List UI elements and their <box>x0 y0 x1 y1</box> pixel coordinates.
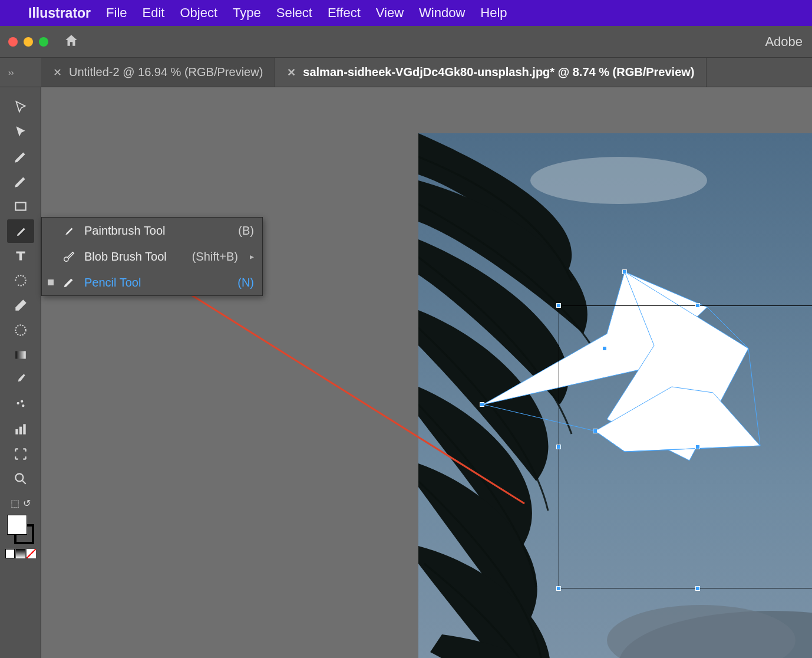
symbol-sprayer-tool[interactable] <box>7 393 34 416</box>
selection-handle[interactable] <box>695 445 700 449</box>
svg-rect-6 <box>15 429 18 435</box>
menu-view[interactable]: View <box>376 5 404 21</box>
menu-help[interactable]: Help <box>480 5 507 21</box>
home-button[interactable] <box>64 33 79 51</box>
close-tab-icon[interactable]: ✕ <box>53 66 62 79</box>
selection-handle[interactable] <box>556 303 561 308</box>
selection-handle[interactable] <box>556 586 561 591</box>
svg-point-9 <box>15 473 23 481</box>
menu-select[interactable]: Select <box>276 5 312 21</box>
type-tool[interactable] <box>7 244 34 268</box>
tools-panel: ⬚ ↺ <box>0 87 41 658</box>
color-mode-row <box>5 549 36 558</box>
selection-handle[interactable] <box>695 303 700 308</box>
anchor-point[interactable] <box>480 402 484 407</box>
app-name[interactable]: Illustrator <box>28 5 91 21</box>
flyout-item-label: Blob Brush Tool <box>84 250 184 264</box>
menu-type[interactable]: Type <box>233 5 261 21</box>
draw-normal-icon[interactable] <box>5 549 15 558</box>
tab-label: Untitled-2 @ 16.94 % (RGB/Preview) <box>69 65 263 79</box>
svg-rect-7 <box>19 427 21 435</box>
selection-handle[interactable] <box>695 586 700 591</box>
window-zoom-button[interactable] <box>39 37 48 47</box>
svg-rect-0 <box>15 203 25 210</box>
flyout-item-paintbrush[interactable]: Paintbrush Tool (B) <box>42 218 262 244</box>
svg-rect-8 <box>23 424 25 434</box>
tab-label: salman-sidheek-VGdjDc4Gk80-unsplash.jpg*… <box>303 65 694 79</box>
panel-toggle-button[interactable]: ›› <box>0 58 41 87</box>
flyout-item-shortcut: (B) <box>238 224 254 238</box>
anchor-point[interactable] <box>622 269 627 274</box>
eraser-tool[interactable] <box>7 294 34 317</box>
svg-point-11 <box>530 157 707 204</box>
svg-point-1 <box>15 325 25 335</box>
fill-swatch[interactable] <box>7 515 27 535</box>
direct-selection-tool[interactable] <box>7 120 34 144</box>
anchor-point[interactable] <box>593 429 598 433</box>
macos-menubar: Illustrator File Edit Object Type Select… <box>0 0 812 26</box>
window-minimize-button[interactable] <box>24 37 33 47</box>
swap-fill-stroke-icon[interactable]: ⬚ <box>11 498 19 509</box>
document-tabs: ›› ✕ Untitled-2 @ 16.94 % (RGB/Preview) … <box>0 58 812 87</box>
close-tab-icon[interactable]: ✕ <box>287 66 296 79</box>
blob-brush-icon <box>62 250 76 263</box>
menu-object[interactable]: Object <box>180 5 217 21</box>
flyout-item-shortcut: (N) <box>237 276 254 289</box>
column-graph-tool[interactable] <box>7 417 34 441</box>
paintbrush-icon <box>62 224 76 237</box>
menu-file[interactable]: File <box>106 5 127 21</box>
main-workspace: ⬚ ↺ <box>0 87 812 658</box>
fill-stroke-swatches[interactable] <box>7 515 34 544</box>
artboard[interactable] <box>418 133 812 658</box>
document-tab[interactable]: ✕ Untitled-2 @ 16.94 % (RGB/Preview) <box>41 58 275 87</box>
flyout-item-label: Paintbrush Tool <box>84 224 230 238</box>
rectangle-tool[interactable] <box>7 195 34 218</box>
gradient-tool[interactable] <box>7 343 34 367</box>
selection-handle[interactable] <box>556 445 561 449</box>
default-fill-stroke-icon[interactable]: ↺ <box>23 498 31 509</box>
app-window-header: Adobe <box>0 26 812 58</box>
tearoff-handle-icon[interactable] <box>48 279 54 285</box>
flyout-item-label: Pencil Tool <box>84 276 229 289</box>
zoom-tool[interactable] <box>7 467 34 491</box>
document-tab[interactable]: ✕ salman-sidheek-VGdjDc4Gk80-unsplash.jp… <box>275 58 707 87</box>
pencil-icon <box>62 276 76 289</box>
curvature-tool[interactable] <box>7 170 34 193</box>
paintbrush-tool[interactable] <box>7 219 34 243</box>
width-tool[interactable] <box>7 318 34 342</box>
eyedropper-tool[interactable] <box>7 368 34 391</box>
submenu-arrow-icon: ▸ <box>250 252 254 261</box>
canvas-area[interactable] <box>41 87 812 658</box>
flyout-item-blob-brush[interactable]: Blob Brush Tool (Shift+B) ▸ <box>42 244 262 269</box>
brand-label: Adobe <box>765 34 804 50</box>
selection-tool[interactable] <box>7 96 34 119</box>
draw-inside-icon[interactable] <box>27 549 36 558</box>
menu-edit[interactable]: Edit <box>143 5 165 21</box>
window-traffic-lights <box>8 37 48 47</box>
menu-window[interactable]: Window <box>419 5 465 21</box>
flyout-item-pencil[interactable]: Pencil Tool (N) <box>42 269 262 295</box>
artboard-tool[interactable] <box>7 442 34 466</box>
svg-rect-2 <box>15 351 25 359</box>
draw-behind-icon[interactable] <box>16 549 25 558</box>
pen-tool[interactable] <box>7 145 34 169</box>
document-image <box>418 133 812 658</box>
svg-point-5 <box>22 404 24 407</box>
window-close-button[interactable] <box>8 37 18 47</box>
flyout-item-shortcut: (Shift+B) <box>192 250 238 264</box>
svg-point-4 <box>21 400 23 402</box>
rotate-tool[interactable] <box>7 269 34 292</box>
tool-flyout-menu: Paintbrush Tool (B) Blob Brush Tool (Shi… <box>41 217 263 296</box>
svg-point-3 <box>16 402 19 404</box>
menu-effect[interactable]: Effect <box>328 5 361 21</box>
anchor-point[interactable] <box>602 346 607 351</box>
